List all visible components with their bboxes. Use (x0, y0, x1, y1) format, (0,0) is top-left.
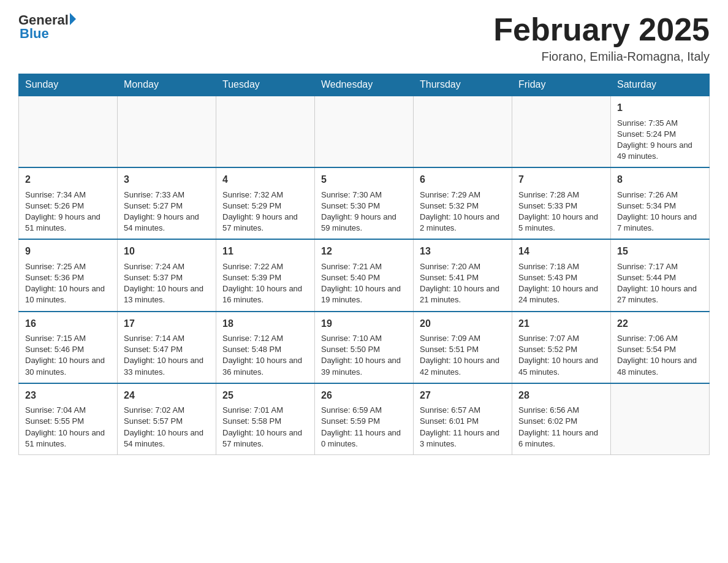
day-number: 22 (617, 317, 703, 331)
day-number: 5 (321, 173, 407, 186)
header-saturday: Saturday (611, 74, 710, 96)
day-number: 18 (222, 317, 308, 331)
logo: General Blue (18, 12, 76, 42)
day-info: Sunrise: 7:06 AMSunset: 5:54 PMDaylight:… (617, 333, 703, 378)
day-number: 16 (25, 317, 111, 331)
day-info: Sunrise: 7:24 AMSunset: 5:37 PMDaylight:… (124, 261, 210, 306)
table-row: 13Sunrise: 7:20 AMSunset: 5:41 PMDayligh… (414, 239, 512, 311)
table-row: 25Sunrise: 7:01 AMSunset: 5:58 PMDayligh… (216, 383, 315, 455)
table-row: 1Sunrise: 7:35 AMSunset: 5:24 PMDaylight… (611, 96, 710, 167)
day-number: 2 (25, 173, 111, 186)
day-info: Sunrise: 7:18 AMSunset: 5:43 PMDaylight:… (518, 261, 604, 306)
calendar-body: 1Sunrise: 7:35 AMSunset: 5:24 PMDaylight… (19, 96, 710, 454)
day-info: Sunrise: 7:35 AMSunset: 5:24 PMDaylight:… (617, 118, 703, 163)
table-row: 10Sunrise: 7:24 AMSunset: 5:37 PMDayligh… (118, 239, 216, 311)
day-number: 19 (321, 317, 407, 331)
day-number: 13 (420, 245, 506, 258)
table-row: 9Sunrise: 7:25 AMSunset: 5:36 PMDaylight… (19, 239, 118, 311)
table-row: 15Sunrise: 7:17 AMSunset: 5:44 PMDayligh… (611, 239, 710, 311)
header-sunday: Sunday (19, 74, 118, 96)
day-number: 27 (420, 389, 506, 402)
day-info: Sunrise: 7:32 AMSunset: 5:29 PMDaylight:… (222, 190, 308, 234)
day-info: Sunrise: 7:15 AMSunset: 5:46 PMDaylight:… (25, 333, 111, 378)
table-row: 8Sunrise: 7:26 AMSunset: 5:34 PMDaylight… (611, 167, 710, 239)
table-row (611, 383, 710, 455)
header-monday: Monday (118, 74, 216, 96)
table-row: 12Sunrise: 7:21 AMSunset: 5:40 PMDayligh… (315, 239, 414, 311)
day-number: 1 (617, 101, 703, 115)
table-row: 7Sunrise: 7:28 AMSunset: 5:33 PMDaylight… (512, 167, 611, 239)
day-info: Sunrise: 7:04 AMSunset: 5:55 PMDaylight:… (25, 405, 111, 450)
day-info: Sunrise: 7:28 AMSunset: 5:33 PMDaylight:… (518, 190, 604, 234)
calendar-header: Sunday Monday Tuesday Wednesday Thursday… (19, 74, 710, 96)
day-info: Sunrise: 6:59 AMSunset: 5:59 PMDaylight:… (321, 405, 407, 450)
table-row: 20Sunrise: 7:09 AMSunset: 5:51 PMDayligh… (414, 312, 512, 383)
logo-arrow-icon (70, 13, 76, 25)
table-row: 27Sunrise: 6:57 AMSunset: 6:01 PMDayligh… (414, 383, 512, 455)
day-number: 14 (518, 245, 604, 258)
day-info: Sunrise: 7:25 AMSunset: 5:36 PMDaylight:… (25, 261, 111, 306)
day-info: Sunrise: 7:26 AMSunset: 5:34 PMDaylight:… (617, 190, 703, 234)
day-number: 17 (124, 317, 210, 331)
table-row: 21Sunrise: 7:07 AMSunset: 5:52 PMDayligh… (512, 312, 611, 383)
day-info: Sunrise: 7:34 AMSunset: 5:26 PMDaylight:… (25, 190, 111, 234)
day-info: Sunrise: 7:09 AMSunset: 5:51 PMDaylight:… (420, 333, 506, 378)
month-title: February 2025 (493, 12, 710, 47)
table-row: 11Sunrise: 7:22 AMSunset: 5:39 PMDayligh… (216, 239, 315, 311)
day-info: Sunrise: 7:21 AMSunset: 5:40 PMDaylight:… (321, 261, 407, 306)
header-friday: Friday (512, 74, 611, 96)
day-number: 11 (222, 245, 308, 258)
day-number: 28 (518, 389, 604, 402)
day-info: Sunrise: 7:12 AMSunset: 5:48 PMDaylight:… (222, 333, 308, 378)
day-number: 9 (25, 245, 111, 258)
day-info: Sunrise: 7:01 AMSunset: 5:58 PMDaylight:… (222, 405, 308, 450)
table-row: 4Sunrise: 7:32 AMSunset: 5:29 PMDaylight… (216, 167, 315, 239)
table-row: 24Sunrise: 7:02 AMSunset: 5:57 PMDayligh… (118, 383, 216, 455)
table-row (19, 96, 118, 167)
table-row: 26Sunrise: 6:59 AMSunset: 5:59 PMDayligh… (315, 383, 414, 455)
day-number: 23 (25, 389, 111, 402)
table-row (315, 96, 414, 167)
table-row: 18Sunrise: 7:12 AMSunset: 5:48 PMDayligh… (216, 312, 315, 383)
day-number: 26 (321, 389, 407, 402)
table-row (216, 96, 315, 167)
day-number: 8 (617, 173, 703, 186)
day-number: 15 (617, 245, 703, 258)
day-number: 7 (518, 173, 604, 186)
day-info: Sunrise: 7:07 AMSunset: 5:52 PMDaylight:… (518, 333, 604, 378)
day-number: 3 (124, 173, 210, 186)
day-number: 25 (222, 389, 308, 402)
header-wednesday: Wednesday (315, 74, 414, 96)
table-row: 22Sunrise: 7:06 AMSunset: 5:54 PMDayligh… (611, 312, 710, 383)
table-row (414, 96, 512, 167)
day-info: Sunrise: 7:17 AMSunset: 5:44 PMDaylight:… (617, 261, 703, 306)
day-info: Sunrise: 6:57 AMSunset: 6:01 PMDaylight:… (420, 405, 506, 450)
day-number: 21 (518, 317, 604, 331)
day-number: 4 (222, 173, 308, 186)
day-number: 10 (124, 245, 210, 258)
page-header: General Blue February 2025 Fiorano, Emil… (18, 12, 710, 64)
day-info: Sunrise: 7:14 AMSunset: 5:47 PMDaylight:… (124, 333, 210, 378)
header-tuesday: Tuesday (216, 74, 315, 96)
day-number: 6 (420, 173, 506, 186)
table-row: 14Sunrise: 7:18 AMSunset: 5:43 PMDayligh… (512, 239, 611, 311)
table-row: 19Sunrise: 7:10 AMSunset: 5:50 PMDayligh… (315, 312, 414, 383)
table-row: 2Sunrise: 7:34 AMSunset: 5:26 PMDaylight… (19, 167, 118, 239)
day-info: Sunrise: 7:29 AMSunset: 5:32 PMDaylight:… (420, 190, 506, 234)
table-row: 17Sunrise: 7:14 AMSunset: 5:47 PMDayligh… (118, 312, 216, 383)
table-row: 5Sunrise: 7:30 AMSunset: 5:30 PMDaylight… (315, 167, 414, 239)
day-info: Sunrise: 6:56 AMSunset: 6:02 PMDaylight:… (518, 405, 604, 450)
day-info: Sunrise: 7:22 AMSunset: 5:39 PMDaylight:… (222, 261, 308, 306)
table-row: 3Sunrise: 7:33 AMSunset: 5:27 PMDaylight… (118, 167, 216, 239)
day-number: 12 (321, 245, 407, 258)
table-row: 23Sunrise: 7:04 AMSunset: 5:55 PMDayligh… (19, 383, 118, 455)
header-thursday: Thursday (414, 74, 512, 96)
day-info: Sunrise: 7:10 AMSunset: 5:50 PMDaylight:… (321, 333, 407, 378)
title-block: February 2025 Fiorano, Emilia-Romagna, I… (493, 12, 710, 64)
table-row (118, 96, 216, 167)
calendar-table: Sunday Monday Tuesday Wednesday Thursday… (18, 74, 710, 455)
day-info: Sunrise: 7:30 AMSunset: 5:30 PMDaylight:… (321, 190, 407, 234)
day-number: 24 (124, 389, 210, 402)
day-number: 20 (420, 317, 506, 331)
location-subtitle: Fiorano, Emilia-Romagna, Italy (493, 50, 710, 64)
